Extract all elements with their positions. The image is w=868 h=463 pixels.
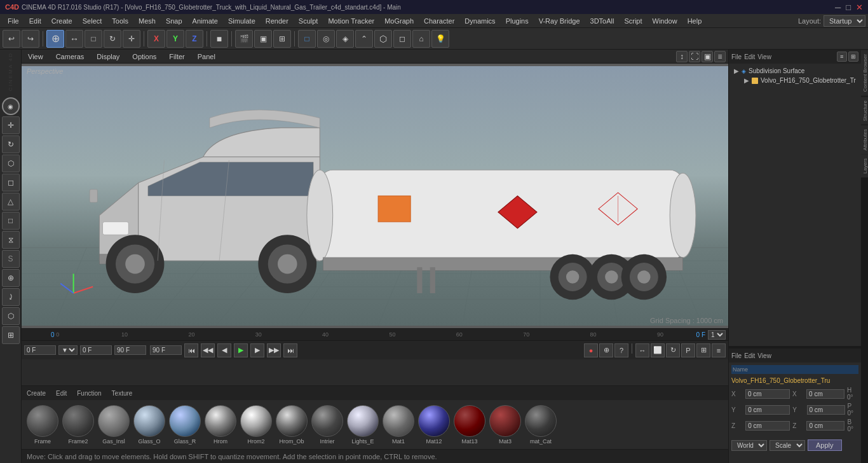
layout-select[interactable]: Startup	[824, 15, 865, 27]
menu-animate[interactable]: Animate	[187, 16, 223, 26]
vp-menu-view[interactable]: View	[24, 52, 47, 62]
next-frame-button[interactable]: ▶▶	[267, 343, 281, 357]
material-mat-cat[interactable]: mat_Cat	[525, 405, 557, 445]
record-button[interactable]: ●	[584, 343, 598, 357]
left-tool-13[interactable]: ⊞	[2, 326, 20, 344]
nurbs-button[interactable]: ◈	[336, 30, 354, 48]
spline-button[interactable]: ◎	[317, 30, 335, 48]
material-lights[interactable]: Lights_E	[347, 405, 379, 445]
left-tool-1[interactable]: ◉	[2, 97, 20, 115]
viewport-split-h[interactable]: ▣	[254, 30, 272, 48]
rotate-tool-button[interactable]: ↻	[104, 30, 121, 48]
mat-menu-texture[interactable]: Texture	[109, 389, 135, 397]
material-hrom-ob[interactable]: Hrom_Ob	[276, 405, 308, 445]
left-tool-2[interactable]: ✛	[2, 116, 20, 134]
camera-button[interactable]: ⌂	[412, 30, 430, 48]
content-browser-tab[interactable]: Content Browser	[861, 50, 868, 96]
scale-key-button[interactable]: ⬜	[651, 343, 665, 357]
total-frames-input[interactable]	[150, 345, 182, 355]
menu-vray[interactable]: V-Ray Bridge	[534, 16, 585, 26]
mat-menu-create[interactable]: Create	[24, 389, 48, 397]
menu-simulate[interactable]: Simulate	[223, 16, 261, 26]
mat-menu-function[interactable]: Function	[74, 389, 104, 397]
menu-tools[interactable]: Tools	[107, 16, 133, 26]
x-rotation-input[interactable]	[806, 389, 844, 399]
menu-character[interactable]: Character	[419, 16, 459, 26]
key-set-button[interactable]: ?	[614, 343, 628, 357]
next-key-button[interactable]: ▶	[250, 343, 264, 357]
attr-file-tab[interactable]: File	[731, 352, 742, 359]
attributes-tab[interactable]: Attributes	[861, 125, 868, 155]
deformer-button[interactable]: ⌃	[355, 30, 373, 48]
y-axis-button[interactable]: Y	[166, 30, 184, 48]
scale-tool-button[interactable]: □	[85, 30, 102, 48]
move-tool-button[interactable]: ↔	[65, 30, 83, 48]
material-mat1[interactable]: Mat1	[383, 405, 414, 445]
y-rotation-input[interactable]	[807, 405, 845, 415]
material-mat13[interactable]: Mat13	[454, 405, 485, 445]
z-axis-button[interactable]: Z	[186, 30, 203, 48]
subdivision-expand-icon[interactable]: ▶	[734, 67, 739, 74]
mat-menu-edit[interactable]: Edit	[53, 389, 69, 397]
object-mode-button[interactable]: ■	[210, 30, 228, 48]
objects-file-tab[interactable]: File	[731, 53, 742, 60]
material-mat12[interactable]: Mat12	[418, 405, 450, 445]
objects-icon-1[interactable]: ≡	[837, 52, 847, 62]
vp-menu-filter[interactable]: Filter	[165, 52, 188, 62]
start-frame-input[interactable]	[80, 345, 112, 355]
menu-mograph[interactable]: MoGraph	[379, 16, 419, 26]
redo-button[interactable]: ↪	[22, 30, 39, 48]
menu-3dtoall[interactable]: 3DToAll	[585, 16, 620, 26]
prev-frame-button[interactable]: ◀◀	[201, 343, 215, 357]
vp-menu-display[interactable]: Display	[93, 52, 123, 62]
auto-key-button[interactable]: ⊕	[599, 343, 613, 357]
coord-world-select[interactable]: World	[731, 440, 767, 451]
light-button[interactable]: 💡	[431, 30, 449, 48]
objects-view-tab[interactable]: View	[757, 53, 771, 60]
left-tool-10[interactable]: ⊕	[2, 269, 20, 287]
y-position-input[interactable]	[745, 405, 790, 415]
menu-file[interactable]: File	[3, 16, 24, 26]
scene-button[interactable]: ◻	[393, 30, 411, 48]
material-hrom2[interactable]: Hrom2	[240, 405, 272, 445]
x-axis-button[interactable]: X	[147, 30, 165, 48]
vp-menu-cameras[interactable]: Cameras	[52, 52, 88, 62]
select-tool-button[interactable]: ⊕	[46, 30, 64, 48]
vp-icon-2[interactable]: ⛶	[689, 51, 700, 62]
record-grid-button[interactable]: ⊞	[696, 343, 710, 357]
left-tool-5[interactable]: ◻	[2, 174, 20, 191]
prev-key-button[interactable]: ◀	[217, 343, 231, 357]
timeline-ruler[interactable]: 0 0 10 20 30 40 50 60 70 80 90 0 F 1	[22, 329, 728, 340]
vp-icon-4[interactable]: ≡	[714, 51, 726, 62]
rotate-key-button[interactable]: ↻	[666, 343, 680, 357]
minimize-button[interactable]: ─	[835, 3, 841, 12]
z-rotation-input[interactable]	[806, 421, 844, 431]
menu-plugins[interactable]: Plugins	[501, 16, 534, 26]
vp-icon-3[interactable]: ▣	[702, 51, 713, 62]
menu-snap[interactable]: Snap	[161, 16, 187, 26]
menu-render[interactable]: Render	[261, 16, 294, 26]
goto-start-button[interactable]: ⏮	[184, 343, 198, 357]
move-key-button[interactable]: ↔	[635, 343, 649, 357]
menu-window[interactable]: Window	[648, 16, 682, 26]
frame-step-select[interactable]: 1	[708, 330, 726, 340]
coord-scale-select[interactable]: Scale	[770, 440, 805, 451]
apply-button[interactable]: Apply	[808, 439, 842, 451]
cube-button[interactable]: □	[298, 30, 316, 48]
record-pos-button[interactable]: P	[681, 343, 695, 357]
menu-script[interactable]: Script	[619, 16, 647, 26]
transform-button[interactable]: ✛	[123, 30, 140, 48]
goto-end-button[interactable]: ⏭	[283, 343, 297, 357]
vp-icon-1[interactable]: ↕	[676, 51, 688, 62]
frame-scroll[interactable]: 1	[708, 330, 726, 340]
frame-step[interactable]: ▼	[58, 345, 78, 355]
menu-dynamics[interactable]: Dynamics	[459, 16, 500, 26]
left-tool-4[interactable]: ⬡	[2, 155, 20, 172]
end-frame-input[interactable]	[114, 345, 146, 355]
attr-view-tab[interactable]: View	[757, 352, 771, 359]
current-frame-input[interactable]	[24, 345, 56, 355]
object-subdivision[interactable]: ▶ ◈ Subdivision Surface	[731, 66, 858, 76]
menu-motion-tracker[interactable]: Motion Tracker	[323, 16, 379, 26]
object-volvo-truck[interactable]: ▶ Volvo_FH16_750_Globetrotter_Tr	[742, 76, 858, 85]
menu-help[interactable]: Help	[682, 16, 707, 26]
